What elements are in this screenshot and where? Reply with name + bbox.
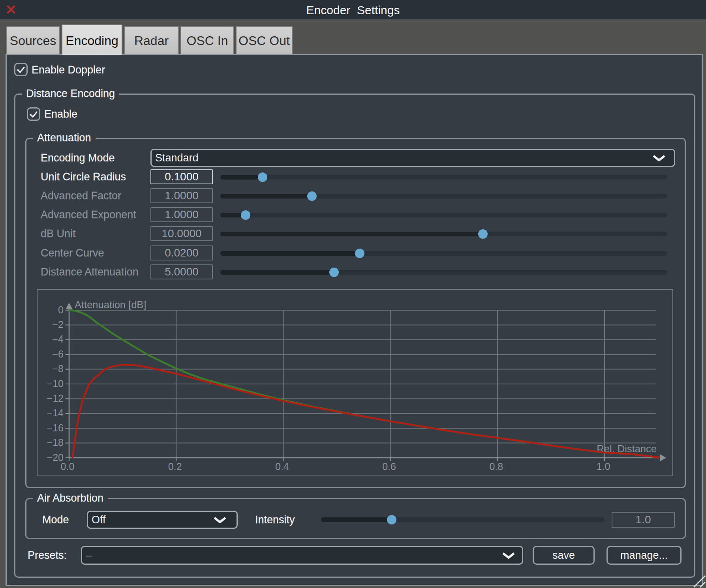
svg-text:1.0: 1.0: [597, 461, 610, 472]
svg-text:−18: −18: [47, 437, 64, 448]
svg-text:−2: −2: [52, 319, 64, 330]
svg-text:0.2: 0.2: [168, 461, 182, 472]
svg-text:−14: −14: [47, 407, 64, 418]
svg-text:−8: −8: [52, 363, 64, 374]
svg-text:−4: −4: [52, 333, 64, 345]
svg-text:−16: −16: [47, 422, 64, 433]
svg-text:−10: −10: [47, 378, 64, 389]
svg-text:−6: −6: [52, 348, 64, 360]
svg-text:−12: −12: [47, 393, 64, 404]
svg-text:Attenuation [dB]: Attenuation [dB]: [75, 299, 146, 310]
svg-text:0.0: 0.0: [61, 461, 75, 472]
svg-text:0.6: 0.6: [382, 461, 396, 472]
svg-text:0: 0: [58, 304, 64, 315]
svg-text:0.4: 0.4: [275, 461, 289, 472]
svg-text:0.8: 0.8: [489, 461, 503, 472]
